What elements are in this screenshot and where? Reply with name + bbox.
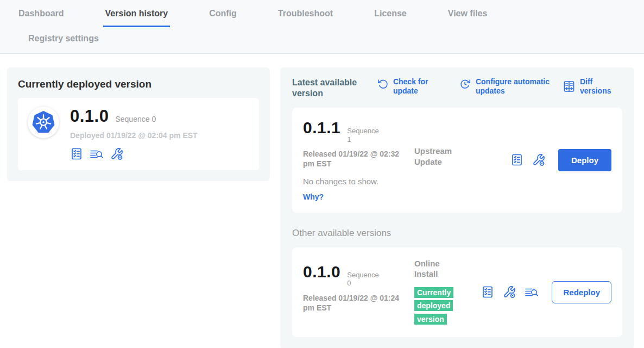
preflight-checks-icon[interactable] [481,285,494,299]
diff-versions-link[interactable]: Diff versions [563,77,622,96]
main-content: Currently deployed version [0,54,644,348]
deployed-version-card: 0.1.0 Sequence 0 Deployed 01/19/22 @ 02:… [18,98,259,170]
view-logs-icon[interactable] [525,285,539,299]
preflight-checks-icon[interactable] [510,153,523,166]
tab-license[interactable]: License [372,8,409,27]
other-versions-heading: Other available versions [292,228,622,239]
tab-dashboard[interactable]: Dashboard [16,8,66,27]
preflight-checks-icon[interactable] [70,147,83,160]
latest-version-sequence: Sequence 1 [347,125,383,144]
currently-deployed-panel: Currently deployed version [7,67,270,181]
app-logo [28,107,59,138]
why-link[interactable]: Why? [303,192,324,201]
tab-troubleshoot[interactable]: Troubleshoot [276,8,335,27]
edit-config-icon[interactable] [110,147,123,160]
other-version-number: 0.1.0 [303,263,340,281]
other-version-released: Released 01/19/22 @ 01:24 pm EST [303,293,406,313]
edit-config-icon[interactable] [532,153,545,166]
currently-deployed-title: Currently deployed version [18,78,259,90]
tab-registry-settings[interactable]: Registry settings [26,33,101,44]
tab-version-history[interactable]: Version history [103,8,171,27]
schedule-update-icon [459,77,471,90]
edit-config-icon[interactable] [503,285,516,299]
latest-version-number: 0.1.1 [303,119,340,137]
top-nav: Dashboard Version history Config Trouble… [0,0,644,54]
tab-view-files[interactable]: View files [446,8,490,27]
other-version-source: Online Install Currently deployed versio… [414,258,479,326]
other-version-card: 0.1.0 Sequence 0 Released 01/19/22 @ 01:… [292,247,622,337]
tab-config[interactable]: Config [207,8,239,27]
latest-version-source: Upstream Update [414,119,479,167]
configure-automatic-updates-link[interactable]: Configure automatic updates [459,77,563,96]
deploy-button[interactable]: Deploy [558,149,611,171]
nav-row-1: Dashboard Version history Config Trouble… [0,0,644,27]
deployed-timestamp: Deployed 01/19/22 @ 02:04 pm EST [70,131,198,140]
deployed-sequence: Sequence 0 [115,115,156,123]
latest-version-card: 0.1.1 Sequence 1 Released 01/19/22 @ 02:… [292,108,622,213]
redeploy-button[interactable]: Redeploy [552,281,611,303]
check-for-update-link[interactable]: Check for update [377,77,435,96]
changes-note: No changes to show. [303,177,414,186]
latest-available-title: Latest available version [292,77,364,99]
latest-version-released: Released 01/19/22 @ 02:32 pm EST [303,149,406,169]
nav-row-2: Registry settings [0,27,644,53]
latest-version-info: 0.1.1 Sequence 1 Released 01/19/22 @ 02:… [303,119,414,202]
other-version-info: 0.1.0 Sequence 0 Released 01/19/22 @ 01:… [303,258,414,313]
other-version-sequence: Sequence 0 [347,269,383,288]
diff-icon [563,80,576,93]
currently-deployed-badge: Currently deployed version [414,286,458,326]
latest-available-panel: Latest available version Check for updat… [280,67,634,348]
view-logs-icon[interactable] [90,147,104,160]
refresh-icon [377,77,389,90]
deployed-version-number: 0.1.0 [70,107,109,126]
deployed-version-info: 0.1.0 Sequence 0 Deployed 01/19/22 @ 02:… [70,107,198,160]
kubernetes-icon [31,110,56,135]
